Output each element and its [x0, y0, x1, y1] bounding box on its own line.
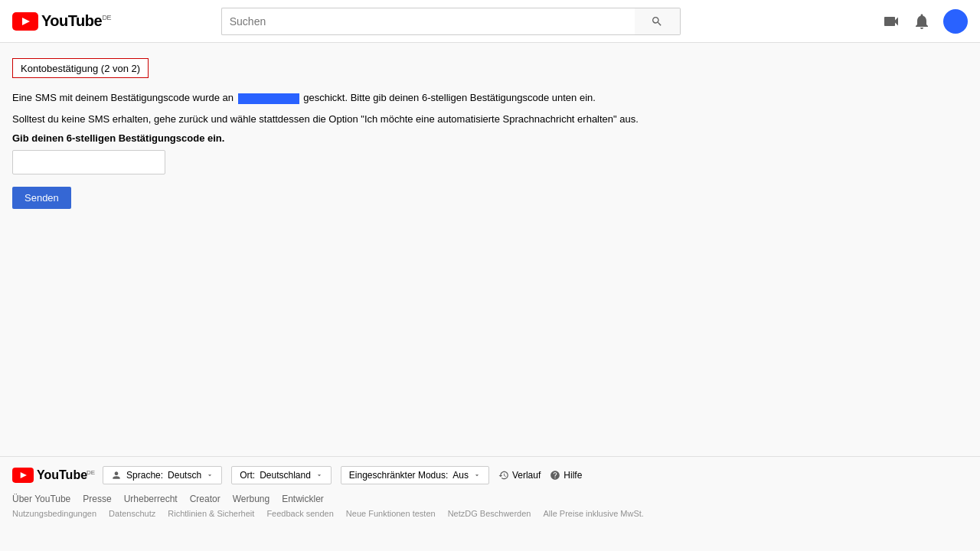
search-icon	[651, 15, 663, 28]
history-button[interactable]: Verlauf	[498, 470, 541, 481]
footer-youtube-logo-icon	[12, 468, 34, 483]
footer-link[interactable]: Urheberrecht	[124, 494, 178, 504]
verification-code-input[interactable]	[12, 150, 165, 174]
code-input-label: Gib deinen 6-stelligen Bestätigungscode …	[12, 132, 968, 144]
logo-area[interactable]: YouTubeDE	[12, 12, 102, 31]
chevron-down-icon-3	[473, 471, 481, 479]
search-button[interactable]	[635, 8, 681, 35]
footer-bottom-link[interactable]: NetzDG Beschwerden	[448, 509, 531, 518]
help-circle-icon	[550, 470, 560, 481]
phone-number-highlight	[238, 93, 299, 104]
person-icon	[111, 470, 122, 481]
user-avatar[interactable]	[943, 9, 968, 34]
footer-link[interactable]: Über YouTube	[12, 494, 70, 504]
location-selector[interactable]: Ort: Deutschland	[231, 466, 332, 484]
footer-bottom-link[interactable]: Datenschutz	[109, 509, 155, 518]
youtube-logo[interactable]: YouTubeDE	[12, 12, 102, 31]
footer-youtube-logo-text: YouTubeDE	[37, 468, 87, 482]
chevron-down-icon	[206, 471, 214, 479]
footer-top: YouTubeDE Sprache: Deutsch Ort: Deutschl…	[12, 466, 968, 484]
main-content: Kontobestätigung (2 von 2) Eine SMS mit …	[0, 43, 980, 456]
footer-bottom-link[interactable]: Richtlinien & Sicherheit	[168, 509, 254, 518]
footer: YouTubeDE Sprache: Deutsch Ort: Deutschl…	[0, 456, 980, 524]
info-text-1: Eine SMS mit deinem Bestätigungscode wur…	[12, 90, 968, 106]
submit-button[interactable]: Senden	[12, 187, 71, 209]
search-area	[221, 8, 681, 35]
history-icon	[498, 470, 509, 481]
footer-link[interactable]: Werbung	[233, 494, 270, 504]
footer-link[interactable]: Entwickler	[282, 494, 324, 504]
footer-logo[interactable]: YouTubeDE	[12, 468, 87, 483]
confirmation-box: Kontobestätigung (2 von 2)	[12, 58, 149, 78]
footer-link[interactable]: Creator	[190, 494, 220, 504]
notification-bell-icon[interactable]	[913, 12, 931, 31]
search-input[interactable]	[221, 8, 635, 35]
confirmation-title: Kontobestätigung (2 von 2)	[21, 63, 140, 74]
youtube-logo-text: YouTubeDE	[41, 12, 102, 30]
info-text-2: Solltest du keine SMS erhalten, gehe zur…	[12, 112, 968, 127]
footer-links: Über YouTubePresseUrheberrechtCreatorWer…	[12, 494, 968, 504]
language-selector[interactable]: Sprache: Deutsch	[103, 466, 222, 484]
header-right	[882, 9, 968, 34]
restricted-mode-selector[interactable]: Eingeschränkter Modus: Aus	[341, 466, 489, 484]
header: YouTubeDE	[0, 0, 980, 43]
video-camera-icon[interactable]	[882, 12, 900, 31]
help-button[interactable]: Hilfe	[550, 470, 582, 481]
footer-bottom-link[interactable]: Nutzungsbedingungen	[12, 509, 96, 518]
youtube-logo-icon	[12, 12, 38, 31]
footer-copyright: Alle Preise inklusive MwSt.	[543, 509, 643, 518]
footer-bottom: NutzungsbedingungenDatenschutzRichtlinie…	[12, 509, 968, 518]
footer-bottom-link[interactable]: Feedback senden	[266, 509, 333, 518]
footer-link[interactable]: Presse	[83, 494, 111, 504]
footer-bottom-link[interactable]: Neue Funktionen testen	[346, 509, 436, 518]
chevron-down-icon-2	[315, 471, 323, 479]
